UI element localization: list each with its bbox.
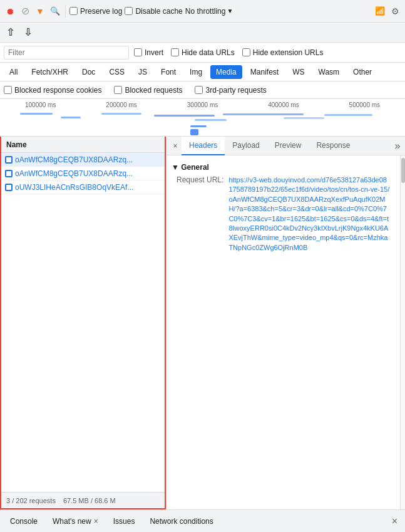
settings-icon[interactable]: ⚙ bbox=[389, 5, 401, 18]
type-btn-doc[interactable]: Doc bbox=[76, 65, 101, 79]
type-btn-fetch/xhr[interactable]: Fetch/XHR bbox=[26, 65, 74, 79]
invert-label[interactable]: Invert bbox=[134, 48, 163, 57]
wifi-icon[interactable]: 📶 bbox=[374, 5, 386, 18]
timeline-label: 200000 ms bbox=[81, 102, 161, 108]
search-icon[interactable]: 🔍 bbox=[49, 5, 61, 18]
type-btn-media[interactable]: Media bbox=[210, 65, 242, 79]
type-btn-js[interactable]: JS bbox=[133, 65, 153, 79]
filter-input[interactable] bbox=[4, 46, 129, 60]
whats-new-close-icon[interactable]: × bbox=[94, 517, 98, 526]
detail-scroll[interactable]: ▼ General Request URL: https://v3-web.do… bbox=[167, 155, 400, 509]
issues-tab[interactable]: Issues bbox=[111, 510, 138, 533]
hide-extension-urls-text: Hide extension URLs bbox=[253, 48, 324, 57]
general-section-header[interactable]: ▼ General bbox=[167, 160, 400, 174]
requests-list[interactable]: oAnWfCM8gCEQB7UX8DAARzq...oAnWfCM8gCEQB7… bbox=[1, 153, 165, 492]
close-icon: × bbox=[173, 142, 177, 150]
requests-count: 3 / 202 requests bbox=[6, 497, 56, 504]
detail-scrollbar[interactable] bbox=[400, 155, 405, 509]
blocked-bar: Blocked response cookies Blocked request… bbox=[0, 81, 405, 99]
secondary-toolbar: ⇧ ⇩ bbox=[0, 23, 405, 43]
blocked-cookies-checkbox[interactable] bbox=[4, 86, 12, 94]
type-filter-bar: AllFetch/XHRDocCSSJSFontImgMediaManifest… bbox=[0, 63, 405, 81]
timeline-label: 500000 ms bbox=[324, 102, 405, 108]
requests-header: Name bbox=[1, 137, 165, 153]
tab-preview[interactable]: Preview bbox=[267, 137, 309, 155]
timeline-label: 400000 ms bbox=[243, 102, 324, 108]
preserve-log-checkbox[interactable] bbox=[69, 7, 78, 15]
third-party-text: 3rd-party requests bbox=[205, 86, 266, 95]
tab-payload[interactable]: Payload bbox=[225, 137, 267, 155]
blocked-requests-text: Blocked requests bbox=[125, 86, 182, 95]
requests-footer: 3 / 202 requests 67.5 MB / 68.6 M bbox=[1, 492, 165, 508]
detail-tabs: × HeadersPayloadPreviewResponse » bbox=[167, 137, 405, 155]
console-tab[interactable]: Console bbox=[8, 510, 40, 533]
general-section-label: ▼ General bbox=[172, 163, 209, 172]
hide-extension-urls-label[interactable]: Hide extension URLs bbox=[242, 48, 324, 57]
whats-new-label: What's new bbox=[53, 517, 91, 526]
hide-data-urls-text: Hide data URLs bbox=[182, 48, 235, 57]
timeline-label: 300000 ms bbox=[162, 102, 243, 108]
list-item[interactable]: oUWJ3LIHeACnRsGIB8OqVkEAf... bbox=[1, 180, 165, 194]
timeline-bars bbox=[0, 112, 405, 137]
clear-icon[interactable]: ⊘ bbox=[19, 5, 31, 18]
scrollbar-thumb bbox=[401, 158, 405, 183]
type-btn-ws[interactable]: WS bbox=[287, 65, 310, 79]
whats-new-tab[interactable]: What's new × bbox=[50, 510, 101, 533]
preserve-log-label[interactable]: Preserve log bbox=[69, 7, 122, 16]
stop-recording-icon[interactable]: ⏺ bbox=[4, 5, 16, 18]
request-status-icon bbox=[5, 184, 13, 191]
request-url-row: Request URL: https://v3-web.douyinvod.co… bbox=[167, 174, 400, 254]
filter-icon[interactable]: ▼ bbox=[34, 5, 46, 18]
disable-cache-text: Disable cache bbox=[135, 7, 182, 16]
upload-icon[interactable]: ⇧ bbox=[4, 26, 16, 39]
network-conditions-tab[interactable]: Network conditions bbox=[147, 510, 215, 533]
bottom-bar: Console What's new × Issues Network cond… bbox=[0, 509, 405, 532]
requests-header-label: Name bbox=[6, 140, 27, 149]
main-content: Name oAnWfCM8gCEQB7UX8DAARzq...oAnWfCM8g… bbox=[0, 137, 405, 509]
disable-cache-checkbox[interactable] bbox=[125, 7, 133, 15]
request-url-key: Request URL: bbox=[177, 175, 223, 253]
chevron-right-icon: » bbox=[395, 140, 401, 152]
more-tabs-icon[interactable]: » bbox=[390, 140, 405, 152]
type-btn-all[interactable]: All bbox=[4, 65, 23, 79]
list-item[interactable]: oAnWfCM8gCEQB7UX8DAARzq... bbox=[1, 153, 165, 167]
type-btn-css[interactable]: CSS bbox=[103, 65, 130, 79]
divider1 bbox=[65, 5, 66, 18]
type-btn-other[interactable]: Other bbox=[347, 65, 377, 79]
timeline-label: 100000 ms bbox=[0, 102, 81, 108]
request-name: oUWJ3LIHeACnRsGIB8OqVkEAf... bbox=[15, 183, 161, 192]
blocked-requests-checkbox[interactable] bbox=[114, 86, 122, 94]
hide-data-urls-label[interactable]: Hide data URLs bbox=[171, 48, 235, 57]
tab-response[interactable]: Response bbox=[309, 137, 357, 155]
request-url-value[interactable]: https://v3-web.douyinvod.com/d76e538127a… bbox=[228, 175, 390, 253]
disable-cache-label[interactable]: Disable cache bbox=[125, 7, 182, 16]
type-btn-wasm[interactable]: Wasm bbox=[313, 65, 346, 79]
throttle-label: No throttling bbox=[185, 7, 226, 16]
third-party-label[interactable]: 3rd-party requests bbox=[195, 86, 266, 95]
hide-data-urls-checkbox[interactable] bbox=[171, 48, 179, 56]
list-item[interactable]: oAnWfCM8gCEQB7UX8DAARzq... bbox=[1, 167, 165, 180]
tab-headers[interactable]: Headers bbox=[182, 137, 225, 155]
third-party-checkbox[interactable] bbox=[195, 86, 203, 94]
request-status-icon bbox=[5, 170, 13, 177]
devtools-close-button[interactable]: × bbox=[392, 516, 397, 527]
type-btn-font[interactable]: Font bbox=[155, 65, 182, 79]
type-btn-img[interactable]: Img bbox=[184, 65, 208, 79]
request-name: oAnWfCM8gCEQB7UX8DAARzq... bbox=[15, 155, 161, 164]
request-name: oAnWfCM8gCEQB7UX8DAARzq... bbox=[15, 169, 161, 178]
filter-checkboxes: Invert Hide data URLs Hide extension URL… bbox=[134, 48, 323, 57]
hide-extension-urls-checkbox[interactable] bbox=[242, 48, 250, 56]
request-status-icon bbox=[5, 156, 13, 164]
download-icon[interactable]: ⇩ bbox=[21, 26, 34, 39]
filter-bar: Invert Hide data URLs Hide extension URL… bbox=[0, 43, 405, 63]
preserve-log-text: Preserve log bbox=[80, 7, 122, 16]
blocked-requests-label[interactable]: Blocked requests bbox=[114, 86, 182, 95]
blocked-cookies-label[interactable]: Blocked response cookies bbox=[4, 86, 101, 95]
blocked-cookies-text: Blocked response cookies bbox=[14, 86, 101, 95]
type-btn-manifest[interactable]: Manifest bbox=[245, 65, 284, 79]
close-detail-button[interactable]: × bbox=[169, 140, 182, 152]
timeline: 100000 ms200000 ms300000 ms400000 ms5000… bbox=[0, 99, 405, 137]
invert-checkbox[interactable] bbox=[134, 48, 142, 56]
invert-text: Invert bbox=[145, 48, 163, 57]
throttle-select[interactable]: No throttling ▼ bbox=[185, 7, 233, 16]
